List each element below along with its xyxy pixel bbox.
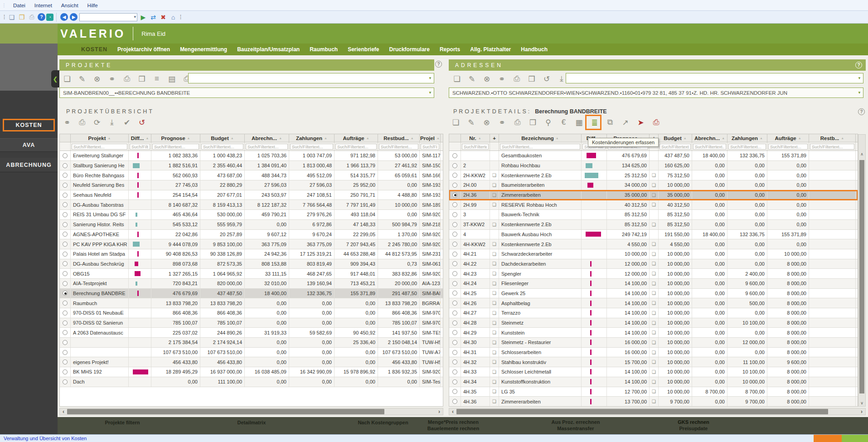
column-header-restbud[interactable]: Restbud...▲ bbox=[378, 134, 420, 142]
row-radio[interactable] bbox=[63, 183, 68, 188]
table-row[interactable]: Sanierung Histor. Reits545 533,12555 959… bbox=[60, 220, 443, 230]
row-radio[interactable] bbox=[63, 321, 68, 325]
table-row[interactable]: AIA-Testprojekt720 843,21820 000,0032 01… bbox=[60, 279, 443, 289]
nav-link-reports[interactable]: Reports bbox=[440, 46, 460, 53]
history-undo-icon[interactable]: ↺ bbox=[541, 74, 552, 84]
row-radio[interactable] bbox=[452, 193, 457, 198]
table-row[interactable]: Neufeld Sanierung Bes27 745,0322 880,292… bbox=[60, 180, 443, 190]
row-radio[interactable] bbox=[452, 389, 457, 394]
print-icon[interactable]: ⎙ bbox=[511, 74, 522, 83]
table-row[interactable]: Berechnung BANDBRE476 679,69437 487,5018… bbox=[60, 289, 443, 299]
table-row[interactable]: 3Bauwerk-Technik85 312,5085 312,500,000,… bbox=[449, 210, 858, 220]
filter-input-budget[interactable] bbox=[659, 144, 691, 150]
nav-link-handbuch[interactable]: Handbuch bbox=[521, 46, 548, 53]
table-row[interactable]: 970-DISS 01 NeubauE866 408,36866 408,360… bbox=[60, 308, 443, 318]
table-row[interactable]: Dach0,00111 100,000,000,000,000,00SIM-Te… bbox=[60, 377, 443, 387]
new-document-icon[interactable]: ❏ bbox=[450, 118, 461, 127]
table-row[interactable]: 4Bauwerk Ausbau Hoch249 742,19191 550,00… bbox=[449, 230, 858, 240]
sidebar-item-abrechnung[interactable]: ABRECHNUNG bbox=[0, 158, 58, 172]
document-text-icon[interactable]: ▤ bbox=[166, 74, 177, 84]
undo-red-icon[interactable]: ↺ bbox=[136, 118, 147, 127]
row-radio[interactable] bbox=[452, 153, 457, 158]
table-row[interactable]: 4H.24❏Fliesenleger14 100,00❏10 000,000,0… bbox=[449, 279, 858, 289]
column-header-budget[interactable]: Budget▲ bbox=[659, 134, 692, 142]
row-radio[interactable] bbox=[452, 212, 457, 217]
table-row[interactable]: Seehaus Neufeld254 154,54207 677,01243 5… bbox=[60, 190, 443, 200]
table-row[interactable]: 2 175 384,542 174 924,140,000,0025 336,4… bbox=[60, 338, 443, 348]
scroll-down-icon[interactable]: ∨ bbox=[858, 401, 865, 405]
filter-input-bezeichnung[interactable] bbox=[500, 144, 580, 150]
nav-link-druckformulare[interactable]: Druckformulare bbox=[389, 46, 430, 53]
table-row[interactable]: 4H.26❏Asphaltbelag14 100,00❏10 000,000,0… bbox=[449, 298, 858, 308]
copy-documents-icon[interactable]: ⧉ bbox=[604, 118, 616, 127]
refresh-icon[interactable]: ⇄ bbox=[148, 13, 158, 22]
forward-icon[interactable]: ▶ bbox=[70, 13, 78, 21]
chart-icon[interactable]: ↗ bbox=[620, 118, 631, 127]
table-row[interactable]: 4H.36❏Zimmererarbeiten13 700,00❏9 700,00… bbox=[449, 397, 858, 407]
scroll-left-icon[interactable]: ‹ bbox=[449, 408, 456, 415]
euro-icon[interactable]: € bbox=[558, 118, 569, 127]
row-radio[interactable] bbox=[63, 379, 68, 384]
table-row[interactable]: 4H.28❏Steinmetz14 100,00❏10 000,000,0010… bbox=[449, 318, 858, 328]
row-radio[interactable] bbox=[63, 252, 68, 257]
table-row[interactable]: OBG151 327 265,151 064 965,9233 111,1546… bbox=[60, 269, 443, 279]
row-radio[interactable] bbox=[452, 202, 457, 207]
calculator-icon[interactable]: ▦ bbox=[573, 118, 585, 127]
adressen-search-combobox[interactable] bbox=[566, 73, 863, 83]
footer-button-gks-rechnen[interactable]: GKS rechnen bbox=[678, 419, 709, 425]
open-folder-icon[interactable]: ❒ bbox=[136, 74, 147, 84]
footer-button-menge-preis-rechnen[interactable]: Menge*Preis rechnen bbox=[428, 419, 479, 425]
projekt-select-combobox[interactable]: SIM-BANDBREN00__••BERECHNUNG BANDBREITE bbox=[59, 87, 434, 98]
row-radio[interactable] bbox=[63, 202, 68, 207]
vscroll-thumb[interactable] bbox=[859, 160, 864, 393]
row-radio[interactable] bbox=[63, 173, 68, 178]
filter-input-zahlungen[interactable] bbox=[728, 144, 766, 150]
row-radio[interactable] bbox=[63, 369, 68, 374]
table-row[interactable]: 970-DISS 02 Sanierun785 100,07785 100,07… bbox=[60, 318, 443, 328]
new-document-icon[interactable]: ❏ bbox=[62, 74, 73, 84]
sidebar-collapse-handle[interactable]: ❮ bbox=[51, 70, 59, 87]
address-input[interactable] bbox=[80, 14, 131, 20]
table-row[interactable]: 4H.27❏Terrazzo14 100,00❏10 000,000,000,0… bbox=[449, 308, 858, 318]
row-radio[interactable] bbox=[452, 291, 457, 296]
list-icon[interactable]: ≡ bbox=[151, 74, 162, 83]
table-row[interactable]: 4H.35❏LG 3512 700,00❏10 000,008 700,008 … bbox=[449, 387, 858, 397]
filter-input-abrechn[interactable] bbox=[693, 144, 726, 150]
filter-input-diff[interactable] bbox=[130, 144, 150, 150]
scroll-up-icon[interactable]: ∧ bbox=[858, 152, 865, 156]
table-row[interactable]: 2H-KKW2❏Kostenkennwerte 2.Eb25 312,50❏75… bbox=[449, 170, 858, 180]
column-header-auftraege[interactable]: Aufträge▲ bbox=[767, 134, 809, 142]
table-row[interactable]: Büro Rechte Bahngass562 060,93473 687,00… bbox=[60, 170, 443, 180]
row-radio[interactable] bbox=[63, 340, 68, 345]
table-row[interactable]: 4H.21❏Schwarzdeckerarbeiter10 000,00❏10 … bbox=[449, 249, 858, 259]
table-row[interactable]: 4H.33❏Schlosser Leichtmetall14 100,00❏10… bbox=[449, 367, 858, 377]
filter-input-zahlungen[interactable] bbox=[290, 144, 333, 150]
stop-icon[interactable]: ✖ bbox=[158, 13, 168, 22]
right-table-vscrollbar[interactable]: ∧ ∨ bbox=[858, 134, 866, 407]
edit-icon[interactable]: ✎ bbox=[466, 74, 477, 84]
projekte-help-icon[interactable]: ? bbox=[435, 61, 442, 68]
filter-input-auftraege[interactable] bbox=[768, 144, 808, 150]
open-folder-icon[interactable]: ❒ bbox=[527, 118, 538, 127]
filter-input-prognose[interactable] bbox=[152, 144, 199, 150]
sidebar-item-ava[interactable]: AVA bbox=[0, 138, 58, 152]
filter-input-projekt[interactable] bbox=[72, 144, 127, 150]
table-row[interactable]: 107 673 510,00107 673 510,000,000,000,00… bbox=[60, 348, 443, 358]
table-row[interactable]: 2Rohbau Hochbau134 625,00160 625,000,000… bbox=[449, 161, 858, 171]
filter-input-restb[interactable] bbox=[810, 144, 854, 150]
scroll-right-icon[interactable]: › bbox=[436, 408, 443, 415]
address-combobox[interactable] bbox=[79, 13, 137, 21]
row-radio[interactable] bbox=[452, 271, 457, 276]
row-radio[interactable] bbox=[63, 301, 68, 306]
menu-item-datei[interactable]: Datei bbox=[9, 1, 29, 10]
projekte-search-combobox[interactable] bbox=[188, 73, 434, 83]
table-row[interactable]: 3T-KKW2❏Kostenkennwerte 2.Eb85 312,50❏85… bbox=[449, 220, 858, 230]
column-header-budget[interactable]: Budget▲ bbox=[200, 134, 245, 142]
nav-link-bauzeitplan-umsatzplan[interactable]: Bauzeitplan/Umsatzplan bbox=[237, 46, 300, 53]
column-header-abrechn[interactable]: Abrechn...▲ bbox=[692, 134, 727, 142]
table-row[interactable]: 4H.22❏Dachdeckerarbeiten12 000,00❏10 000… bbox=[449, 259, 858, 269]
table-row[interactable]: 2H.99❏RESERVE Rohbau Hoch40 312,50❏40 31… bbox=[449, 200, 858, 210]
binoculars-search-icon[interactable]: ⚭ bbox=[496, 74, 507, 84]
column-header-restb[interactable]: Restb...▲ bbox=[809, 134, 856, 142]
hscroll-thumb[interactable] bbox=[456, 409, 828, 414]
